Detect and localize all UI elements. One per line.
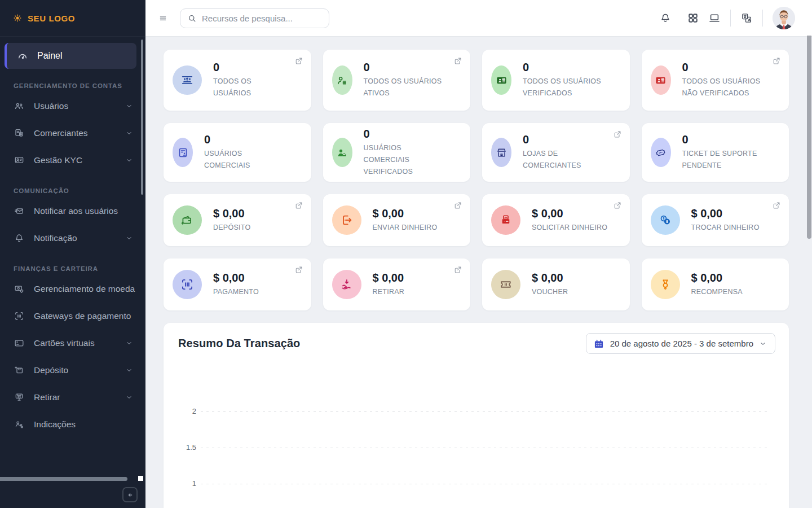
stat-card-reward: $ 0,00RECOMPENSA: [642, 259, 789, 310]
active-users-icon: [332, 65, 352, 95]
stat-card-all-users: 0TODOS OS USUÁRIOS: [164, 50, 311, 111]
external-link-icon[interactable]: [294, 201, 303, 210]
stat-value: $ 0,00: [691, 271, 743, 284]
external-link-icon[interactable]: [772, 56, 781, 65]
stat-label: VOUCHER: [532, 286, 568, 298]
external-link-icon[interactable]: [613, 201, 622, 210]
stat-card-deposit: $ 0,00DEPÓSITO: [164, 194, 311, 246]
apps-grid-icon[interactable]: [687, 12, 699, 24]
request-money-icon: [491, 205, 520, 235]
voucher-icon: [491, 270, 520, 299]
stat-value: 0: [682, 61, 768, 74]
stat-label: TICKET DE SUPORTE PENDENTE: [682, 148, 768, 172]
stat-label: LOJAS DE COMERCIANTES: [523, 148, 608, 172]
documents-icon: [14, 128, 25, 139]
sidebar-item-gateways-pagamento[interactable]: Gateways de pagamento: [0, 303, 145, 330]
external-link-icon[interactable]: [294, 265, 303, 274]
topbar: [145, 0, 812, 37]
exchange-money-icon: [651, 205, 680, 235]
stat-value: $ 0,00: [532, 271, 568, 284]
user-avatar[interactable]: [773, 7, 795, 29]
stat-card-withdraw: $ 0,00RETIRAR: [323, 259, 471, 310]
unverified-users-icon: [651, 65, 671, 95]
stat-value: 0: [364, 61, 449, 74]
sidebar-item-usuarios[interactable]: Usuários: [0, 93, 145, 120]
stat-value: 0: [523, 61, 608, 74]
sidebar-section-header: FINANÇAS E CARTEIRA: [0, 265, 145, 272]
sidebar-item-label: Painel: [37, 51, 136, 61]
stat-card-request-money: $ 0,00SOLICITAR DINHEIRO: [482, 194, 630, 246]
sidebar-item-indicacoes[interactable]: Indicações: [0, 411, 145, 438]
search-icon: [187, 14, 197, 23]
translate-icon[interactable]: [740, 12, 753, 24]
sidebar-section-header: COMUNICAÇÃO: [0, 187, 145, 194]
dashboard-gauge-icon: [17, 50, 28, 62]
divider: [762, 10, 763, 27]
sidebar-item-label: Comerciantes: [34, 128, 116, 138]
gridline: [201, 484, 768, 484]
sidebar-item-notificar-usuarios[interactable]: Notificar aos usuários: [0, 198, 145, 225]
date-range-label: 20 de agosto de 2025 - 3 de setembro: [610, 339, 753, 348]
external-link-icon[interactable]: [453, 265, 462, 274]
stat-card-verified-users: 0TODOS OS USUÁRIOS VERIFICADOS: [482, 50, 630, 111]
external-link-icon[interactable]: [453, 56, 462, 65]
notification-bell-icon[interactable]: [659, 12, 672, 24]
sidebar-item-label: Gestão KYC: [34, 155, 116, 165]
send-mail-icon: [14, 205, 25, 217]
stat-value: $ 0,00: [373, 271, 405, 284]
payment-scan-icon: [173, 270, 202, 299]
support-ticket-icon: [651, 138, 671, 167]
sidebar-item-cartoes-virtuais[interactable]: Cartões virtuais: [0, 330, 145, 357]
date-range-picker[interactable]: 20 de agosto de 2025 - 3 de setembro: [586, 333, 775, 354]
sidebar-item-painel[interactable]: Painel: [5, 43, 136, 69]
all-users-icon: [173, 65, 202, 95]
external-link-icon[interactable]: [294, 56, 303, 65]
logo[interactable]: SEU LOGO: [0, 0, 145, 37]
sidebar-vertical-scrollbar[interactable]: [141, 40, 143, 195]
money-gear-icon: [14, 283, 25, 295]
chevron-down-icon: [125, 366, 133, 374]
sidebar-item-gestao-kyc[interactable]: Gestão KYC: [0, 147, 145, 174]
stat-label: TODOS OS USUÁRIOS VERIFICADOS: [523, 76, 608, 99]
stat-label: DEPÓSITO: [213, 222, 250, 234]
stat-card-voucher: $ 0,00VOUCHER: [482, 259, 630, 310]
merchant-store-icon: [491, 138, 511, 167]
send-money-icon: [332, 205, 361, 235]
sidebar-item-label: Depósito: [34, 365, 116, 375]
main-scrollbar[interactable]: [807, 36, 811, 239]
external-link-icon[interactable]: [453, 201, 462, 210]
sidebar-item-retirar[interactable]: Retirar: [0, 384, 145, 411]
chart-gridline-row: 2: [164, 407, 789, 416]
sidebar-collapse-button[interactable]: [122, 487, 138, 502]
stat-card-commercial-verified: 0USUÁRIOS COMERCIAIS VERIFICADOS: [323, 123, 471, 182]
y-axis-tick: 1: [164, 479, 196, 488]
logo-text: SEU LOGO: [28, 14, 75, 23]
scrollbar-corner: [138, 476, 143, 481]
sidebar-item-label: Usuários: [34, 101, 116, 111]
stat-card-commercial-users: 0USUÁRIOS COMERCIAIS: [164, 123, 311, 182]
sun-logo-icon: [12, 13, 23, 23]
sidebar-item-deposito[interactable]: Depósito: [0, 357, 145, 384]
external-link-icon[interactable]: [772, 201, 781, 210]
calendar-icon: [593, 338, 604, 349]
stat-label: SOLICITAR DINHEIRO: [532, 222, 607, 234]
stat-label: TROCAR DINHEIRO: [691, 222, 760, 234]
search-input[interactable]: [202, 14, 322, 23]
chart-gridline-row: 1.5: [164, 443, 789, 452]
sidebar-horizontal-scrollbar[interactable]: [0, 477, 127, 481]
chart-plot-area: 2 1.5 1 0.5: [164, 354, 789, 508]
chart-gridline-row: 1: [164, 479, 789, 488]
stat-label: TODOS OS USUÁRIOS NÃO VERIFICADOS: [682, 76, 768, 99]
laptop-fullscreen-icon[interactable]: [708, 12, 721, 24]
sidebar-item-label: Cartões virtuais: [34, 338, 116, 348]
sidebar-item-notificacao[interactable]: Notificação: [0, 225, 145, 252]
sidebar-item-gerenciamento-moeda[interactable]: Gerenciamento de moeda: [0, 275, 145, 303]
app-root: SEU LOGO Painel GERENCIAMENTO DE CONTAS …: [0, 0, 812, 508]
credit-card-icon: [14, 338, 25, 349]
external-link-icon[interactable]: [613, 130, 622, 139]
chevron-down-icon: [125, 339, 133, 347]
stat-label: USUÁRIOS COMERCIAIS: [204, 148, 290, 172]
stat-value: 0: [204, 133, 290, 146]
sidebar-item-comerciantes[interactable]: Comerciantes: [0, 120, 145, 147]
menu-icon[interactable]: [158, 14, 167, 22]
